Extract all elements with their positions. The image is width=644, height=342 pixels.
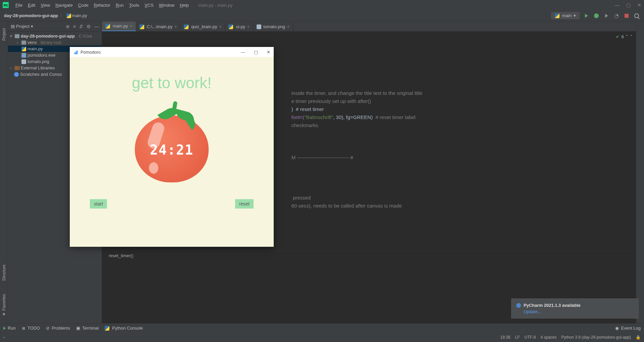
lock-icon[interactable]: 🔒 xyxy=(636,335,641,340)
menu-navigate[interactable]: Navigate xyxy=(53,3,75,8)
status-line-ending[interactable]: LF xyxy=(515,335,520,340)
bug-icon xyxy=(594,13,599,18)
gutter-structure[interactable]: Structure xyxy=(2,265,6,281)
app-maximize-icon[interactable]: ▢ xyxy=(254,50,258,55)
window-maximize-icon[interactable]: ▢ xyxy=(626,2,631,8)
tool-todo[interactable]: ≣ TODO xyxy=(22,326,40,331)
tool-terminal[interactable]: ▣ Terminal xyxy=(76,326,99,331)
run-button[interactable] xyxy=(583,12,590,19)
status-encoding[interactable]: UTF-8 xyxy=(525,335,536,340)
menu-file[interactable]: File xyxy=(13,3,25,8)
exe-icon xyxy=(21,53,26,58)
tab-main-py[interactable]: main.py× xyxy=(102,21,136,31)
menubar: PC File Edit View Navigate Code Refactor… xyxy=(0,0,644,10)
window-close-icon[interactable]: ✕ xyxy=(637,2,641,8)
tool-event-log[interactable]: ◉ Event Log xyxy=(615,326,641,331)
svg-text:PC: PC xyxy=(4,3,8,7)
left-gutter: Project Structure ★ Favorites xyxy=(0,21,8,323)
menu-run[interactable]: Run xyxy=(113,3,126,8)
gutter-favorites[interactable]: ★ Favorites xyxy=(2,294,6,317)
play-icon xyxy=(585,14,588,18)
menu-vcs[interactable]: VCS xyxy=(142,3,156,8)
code-breadcrumb[interactable]: reset_timer() xyxy=(102,250,636,261)
app-close-icon[interactable]: ✕ xyxy=(267,50,270,55)
folder-icon xyxy=(15,34,19,38)
menu-tools[interactable]: Tools xyxy=(126,3,142,8)
search-icon xyxy=(634,13,639,18)
menu-refactor[interactable]: Refactor xyxy=(91,3,113,8)
breadcrumb-project[interactable]: day-28-pomodoro-gui-app xyxy=(4,13,58,18)
search-everywhere-button[interactable] xyxy=(633,12,640,19)
folder-icon xyxy=(21,41,26,45)
menu-code[interactable]: Code xyxy=(75,3,91,8)
image-icon xyxy=(21,59,26,64)
status-interpreter[interactable]: Python 3.9 (day-28-pomodoro-gui-app) xyxy=(561,335,631,340)
play-coverage-icon xyxy=(605,14,608,18)
coverage-button[interactable] xyxy=(603,12,610,19)
close-icon[interactable]: × xyxy=(130,24,132,28)
show-toolwindows-icon[interactable]: ▫ xyxy=(3,335,5,340)
reset-button[interactable]: reset xyxy=(235,199,254,209)
breadcrumb-file[interactable]: main.py xyxy=(66,13,87,18)
tab-quiz-brain[interactable]: quiz_brain.py× xyxy=(180,22,225,31)
tree-venv[interactable]: › venv library root xyxy=(8,39,102,46)
run-configuration-selector[interactable]: main ▾ xyxy=(551,12,580,19)
python-icon xyxy=(105,24,110,28)
run-config-name: main xyxy=(562,13,572,18)
tab-ui-py[interactable]: ui.py× xyxy=(225,22,253,31)
expand-all-icon[interactable]: ≡ xyxy=(73,24,76,29)
image-icon xyxy=(257,24,261,29)
locate-icon[interactable]: ⊕ xyxy=(66,24,70,29)
tool-run[interactable]: Run xyxy=(3,326,16,331)
python-icon xyxy=(184,24,189,29)
app-minimize-icon[interactable]: — xyxy=(241,50,245,55)
stop-button[interactable] xyxy=(623,12,630,19)
debug-button[interactable] xyxy=(593,12,600,19)
scratch-icon xyxy=(14,72,19,77)
play-icon xyxy=(3,327,6,330)
update-link[interactable]: Update... xyxy=(524,309,634,314)
tool-problems[interactable]: ⊘ Problems xyxy=(46,326,70,331)
bottom-toolbar: Run ≣ TODO ⊘ Problems ▣ Terminal Python … xyxy=(0,323,644,333)
menu-view[interactable]: View xyxy=(38,3,53,8)
close-icon[interactable]: × xyxy=(174,24,177,29)
notification-title: PyCharm 2021.1.3 available xyxy=(524,303,581,308)
menu-edit[interactable]: Edit xyxy=(25,3,38,8)
close-icon[interactable]: × xyxy=(219,24,221,29)
info-icon xyxy=(516,303,521,308)
status-indent[interactable]: 4 spaces xyxy=(541,335,557,340)
menu-help[interactable]: Help xyxy=(177,3,192,8)
project-view-selector[interactable]: ▤ Project ▾ xyxy=(11,24,33,29)
tomato-highlight xyxy=(149,162,158,174)
inspection-status[interactable]: ✔6 ˄ ˅ xyxy=(616,33,633,41)
pomodoro-titlebar[interactable]: Pomodoro — ▢ ✕ xyxy=(70,47,274,57)
chevron-up-icon[interactable]: ˄ xyxy=(626,33,628,41)
status-bar: ▫ 18:38 LF UTF-8 4 spaces Python 3.9 (da… xyxy=(0,333,644,342)
collapse-all-icon[interactable]: ⇵ xyxy=(79,24,83,29)
settings-icon[interactable]: ⚙ xyxy=(87,24,91,29)
toolbar: day-28-pomodoro-gui-app 〉 main.py main ▾… xyxy=(0,10,644,21)
editor-tabs: main.py× C:\...\main.py× quiz_brain.py× … xyxy=(102,21,636,32)
close-icon[interactable]: × xyxy=(247,24,250,29)
tab-other-main-py[interactable]: C:\...\main.py× xyxy=(136,22,181,31)
dropdown-icon: ▾ xyxy=(574,13,576,18)
hide-panel-icon[interactable]: — xyxy=(94,24,99,29)
tool-python-console[interactable]: Python Console xyxy=(105,326,143,331)
chevron-down-icon[interactable]: ˅ xyxy=(630,33,633,41)
window-title: main.py - main.py xyxy=(198,3,233,8)
tab-tomato-png[interactable]: tomato.png× xyxy=(253,22,293,31)
breadcrumb: day-28-pomodoro-gui-app 〉 main.py xyxy=(4,13,87,19)
python-icon xyxy=(555,13,559,18)
menu-window[interactable]: Window xyxy=(156,3,177,8)
gutter-project[interactable]: Project xyxy=(2,28,6,41)
start-button[interactable]: start xyxy=(90,199,107,209)
python-icon xyxy=(66,13,71,18)
python-icon xyxy=(228,24,233,29)
pomodoro-app-window: Pomodoro — ▢ ✕ get to work! 24:21 start … xyxy=(70,47,274,247)
window-minimize-icon[interactable]: — xyxy=(615,2,620,8)
tree-root[interactable]: ▾ day-28-pomodoro-gui-app C:\Use xyxy=(8,33,102,39)
tk-feather-icon xyxy=(73,50,78,54)
close-icon[interactable]: × xyxy=(287,24,289,29)
python-icon xyxy=(21,47,26,51)
profile-button[interactable]: ◔ xyxy=(613,12,620,19)
